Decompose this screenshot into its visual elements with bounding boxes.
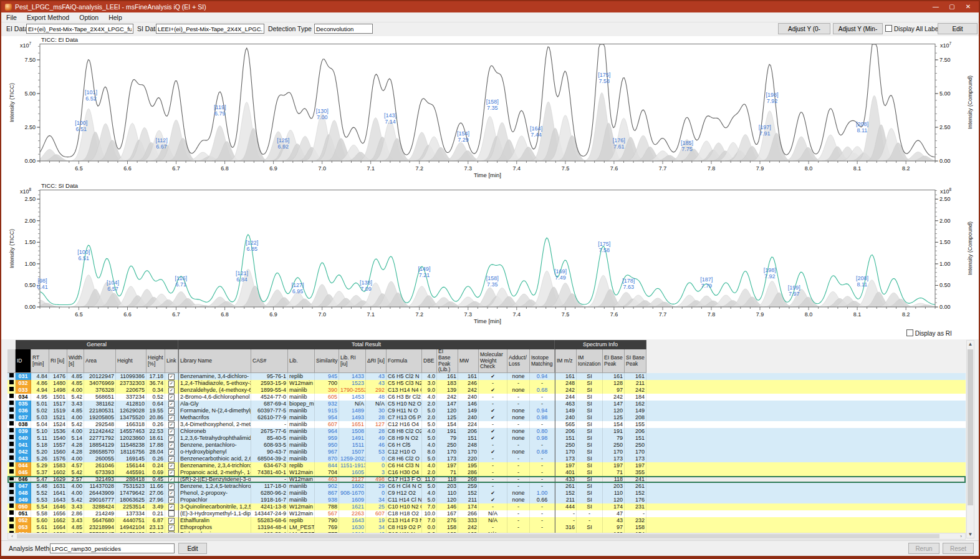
chart-svg-0[interactable]: 6.56.66.76.86.97.07.17.27.37.47.57.67.77… [19,44,961,172]
analysis-method-input[interactable] [50,543,175,553]
table-row-049[interactable]: 0495.5316435.42290167771806362527.96✓Pro… [7,497,966,503]
column-header-hp[interactable]: Height [%] [147,349,165,373]
menu-export-method[interactable]: Export Method [22,14,74,21]
link-checkbox[interactable]: ✓ [168,525,175,531]
link-checkbox[interactable]: ✓ [168,456,175,462]
link-checkbox[interactable]: ✓ [168,401,175,407]
table-row-044[interactable]: 0445.2915834.572610461561440.24✓Benzenam… [7,462,966,469]
vertical-scroll-thumb[interactable] [968,349,973,505]
column-header-h[interactable]: Height [116,349,147,373]
table-row-048[interactable]: 0485.5216414.00264439091747964227.06✓Phe… [7,490,966,497]
link-checkbox[interactable]: ✓ [168,477,175,483]
menu-option[interactable]: Option [74,14,103,21]
column-header-eibp[interactable]: EI Base Peak [603,349,625,373]
column-header-rt[interactable]: RT [min] [31,349,49,373]
detection-type-input[interactable] [314,24,373,34]
table-row-039[interactable]: 0395.1015364.00212424421455746322.53✓Chl… [7,428,966,435]
table-row-036[interactable]: 0365.0215194.85221805311262902819.55✓For… [7,407,966,414]
link-checkbox[interactable]: ✓ [168,381,175,387]
column-header-cas[interactable]: CAS# [251,349,288,373]
table-row-053[interactable]: 0535.6116644.85232189941494210423.13✓Eth… [7,524,966,531]
adjust-y-minmax-button[interactable]: Adjust Y (Min-Max) [833,23,883,34]
close-button[interactable]: ✕ [960,1,976,12]
column-header-adduct[interactable]: Adduct/ Loss [507,349,530,373]
menu-file[interactable]: File [1,14,22,21]
menu-help[interactable]: Help [103,14,127,21]
link-checkbox[interactable]: ✓ [168,394,175,401]
column-header-sibp[interactable]: SI Base Peak [625,349,646,373]
link-checkbox[interactable]: ✓ [168,429,175,435]
column-header-eibpl[interactable]: EI Base Peak (Lib.) [437,349,458,373]
table-row-033[interactable]: 0334.9414984.003763282206750.34✓Benzalde… [7,387,966,394]
link-checkbox[interactable]: ✓ [168,504,175,510]
link-checkbox[interactable]: ✓ [168,422,175,428]
column-header-area[interactable]: Area [84,349,116,373]
link-checkbox[interactable]: ✓ [168,415,175,421]
table-row-045[interactable]: 0455.3716025.426733934455910.69✓Propanoi… [7,469,966,476]
scroll-right-icon[interactable]: › [958,533,964,539]
table-row-038[interactable]: 0385.0415245.422925481663180.26✓3,4-Dime… [7,421,966,428]
chart-svg-1[interactable]: 6.56.66.76.86.97.07.17.27.37.47.57.67.77… [19,190,961,318]
horizontal-scroll-thumb[interactable] [17,534,939,538]
column-header-lib_name[interactable]: Library Name [178,349,251,373]
vertical-scrollbar[interactable]: ▲ ▼ [966,340,974,538]
edit-detection-button[interactable]: Edit Detection [938,23,978,34]
table-row-052[interactable]: 0525.6016623.43564768044407516.87✓Ethalf… [7,517,966,524]
table-row-041[interactable]: 0415.1815574.28188541291154823817.88✓Ben… [7,442,966,449]
link-checkbox[interactable]: ✓ [168,463,175,469]
column-header-dbe[interactable]: DBE [422,349,437,373]
column-header-imz[interactable]: IM m/z [555,349,577,373]
column-header-imion[interactable]: IM Ionization [577,349,603,373]
table-row-037[interactable]: 0375.0315214.00192058051347552020.86✓Met… [7,414,966,421]
table-row-032[interactable]: 0324.8614804.85340769692373230336.74✓1,2… [7,380,966,387]
adjust-y-0max-button[interactable]: Adjust Y (0-Max) [778,23,830,34]
link-checkbox[interactable] [168,510,175,517]
link-checkbox[interactable]: ✓ [168,470,175,476]
link-checkbox[interactable]: ✓ [168,408,175,414]
column-header-iso[interactable]: Isotope Matching [530,349,555,373]
scroll-left-icon[interactable]: ‹ [9,533,16,539]
column-header-libri[interactable]: Lib. RI [iu] [339,349,366,373]
table-row-046[interactable]: 0465.4716292.573214932884180.45✓(5R)-2-[… [7,476,966,483]
column-header-formula[interactable]: Formula [387,349,422,373]
column-header-mw[interactable]: MW [458,349,479,373]
column-header-sim[interactable]: Similarity [315,349,339,373]
link-checkbox[interactable]: ✓ [168,387,175,394]
link-checkbox[interactable]: ✓ [168,374,175,380]
minimize-button[interactable]: — [928,1,944,12]
table-row-034[interactable]: 0344.9515015.425686513372340.52✓2-Bromo-… [7,394,966,401]
table-row-050[interactable]: 0505.5416463.43328842422535143.49✓3-Quin… [7,503,966,510]
ei-data-input[interactable] [26,24,133,34]
link-checkbox[interactable]: ✓ [168,518,175,524]
column-header-dri[interactable]: ΔRI [iu] [366,349,387,373]
si-data-input[interactable] [156,24,264,34]
table-row-043[interactable]: 0435.2615764.002600551691450.26✓Benzenec… [7,455,966,462]
column-header-ri[interactable]: RI [iu] [49,349,67,373]
table-row-042[interactable]: 0425.2015604.28286585701811675628.04✓o-H… [7,449,966,455]
column-header-link[interactable]: Link [165,349,178,373]
horizontal-scrollbar[interactable]: ‹ › [7,533,966,540]
table-row-047[interactable]: 0475.4816314.0011437028753152311.66✓Benz… [7,483,966,490]
column-header-ind[interactable] [7,349,16,373]
table-row-031[interactable]: 0314.8414764.85201229471109938617.18✓Ben… [7,373,966,380]
scroll-up-icon[interactable]: ▲ [967,341,974,347]
rerun-button[interactable]: Rerun [908,543,939,554]
link-checkbox[interactable]: ✓ [168,484,175,490]
column-header-w[interactable]: Width [s] [67,349,84,373]
display-all-labels-checkbox[interactable] [885,25,892,32]
table-row-051[interactable]: 0515.5816562.862142491373340.21(E)-3-Hyd… [7,510,966,517]
column-header-mwc[interactable]: Molecular Weight Check [479,349,507,373]
maximize-button[interactable]: ▢ [944,1,960,12]
table-row-035[interactable]: 0355.0115173.433811624128100.64✓Ala-Gly6… [7,401,966,407]
link-checkbox[interactable]: ✓ [168,449,175,455]
link-checkbox[interactable]: ✓ [168,435,175,442]
edit-analysis-method-button[interactable]: Edit [178,543,207,554]
link-checkbox[interactable]: ✓ [168,497,175,503]
reset-button[interactable]: Reset [943,543,974,554]
link-checkbox[interactable]: ✓ [168,442,175,449]
column-header-id[interactable]: ID [16,349,31,373]
scroll-down-icon[interactable]: ▼ [967,532,974,537]
link-checkbox[interactable]: ✓ [168,490,175,497]
display-as-ri-checkbox[interactable] [906,329,913,336]
table-row-040[interactable]: 0405.1115405.14227717921202386018.61✓1,2… [7,435,966,442]
